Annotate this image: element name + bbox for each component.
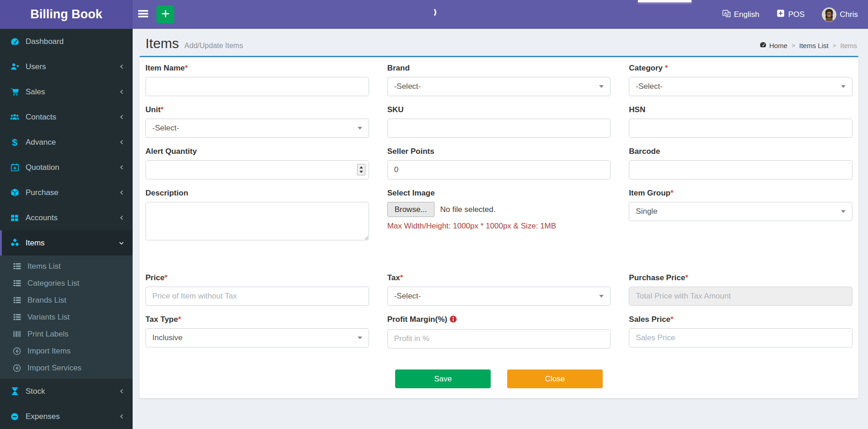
- hourglass-icon: [8, 387, 21, 396]
- category-label: Category *: [629, 64, 852, 73]
- arrow-circle-left-icon: [11, 364, 23, 372]
- list-icon: [11, 262, 23, 270]
- tax-label: Tax*: [387, 273, 611, 282]
- sidebar-item-items[interactable]: Items: [0, 230, 133, 255]
- sales-price-label: Sales Price*: [629, 315, 852, 324]
- submenu-item-categories-list[interactable]: Categories List: [0, 275, 133, 292]
- sidebar-item-sales[interactable]: Sales: [0, 79, 133, 104]
- submenu-item-import-services[interactable]: Import Services: [0, 359, 133, 376]
- sidebar-item-label: Advance: [26, 138, 56, 147]
- app-logo[interactable]: Billing Book: [0, 0, 133, 29]
- item-group-select[interactable]: Single: [629, 202, 852, 221]
- unit-label: Unit*: [145, 105, 369, 114]
- hamburger-icon: [138, 10, 148, 20]
- chevron-left-icon: [119, 164, 124, 170]
- sidebar-item-contacts[interactable]: Contacts: [0, 104, 133, 130]
- save-button[interactable]: Save: [395, 369, 491, 388]
- submenu-item-label: Brands List: [27, 296, 66, 305]
- sidebar-item-dashboard[interactable]: Dashboard: [0, 29, 133, 54]
- close-button[interactable]: Close: [507, 369, 603, 388]
- items-submenu: Items List Categories List Brands List V…: [0, 255, 133, 379]
- item-name-input[interactable]: [145, 77, 369, 96]
- caret-down-icon: [841, 210, 846, 213]
- barcode-label: Barcode: [629, 147, 852, 156]
- chevron-left-icon: [119, 114, 124, 120]
- page-subtitle: Add/Update Items: [184, 42, 243, 50]
- sidebar-item-label: Dashboard: [26, 37, 64, 46]
- sidebar-item-users[interactable]: Users: [0, 54, 133, 79]
- top-navbar: A English POS Chris: [133, 0, 868, 29]
- quick-add-button[interactable]: [156, 5, 174, 23]
- sidebar-item-label: Contacts: [26, 113, 56, 122]
- info-icon[interactable]: [450, 315, 457, 325]
- sku-label: SKU: [387, 105, 611, 114]
- submenu-item-label: Categories List: [27, 279, 79, 288]
- profit-margin-input[interactable]: [387, 329, 611, 348]
- item-form-card: Item Name* Brand -Select- Category * -Se…: [139, 56, 858, 398]
- submenu-item-label: Import Services: [27, 364, 81, 373]
- seller-points-input[interactable]: [387, 160, 611, 179]
- sidebar-item-advance[interactable]: $ Advance: [0, 130, 133, 155]
- top-notification-remnant: [638, 0, 691, 2]
- sidebar-item-label: Users: [26, 62, 46, 71]
- submenu-item-label: Print Labels: [27, 330, 69, 339]
- sidebar-item-expenses[interactable]: Expenses: [0, 404, 133, 429]
- sidebar-item-quotation[interactable]: Quotation: [0, 155, 133, 180]
- sidebar-item-label: Items: [26, 239, 45, 248]
- submenu-item-brands-list[interactable]: Brands List: [0, 292, 133, 309]
- sales-price-input[interactable]: [629, 328, 852, 348]
- pos-menu[interactable]: POS: [777, 9, 804, 20]
- item-name-label: Item Name*: [145, 64, 369, 73]
- sku-input[interactable]: [387, 119, 611, 138]
- alert-quantity-input[interactable]: [145, 160, 369, 179]
- submenu-item-import-items[interactable]: Import Items: [0, 342, 133, 359]
- sidebar-item-label: Quotation: [26, 163, 59, 172]
- calendar-plus-icon: [8, 163, 21, 172]
- arrow-circle-left-icon: [11, 347, 23, 355]
- unit-select[interactable]: -Select-: [145, 119, 369, 138]
- category-select[interactable]: -Select-: [629, 77, 852, 96]
- user-plus-icon: [8, 62, 21, 71]
- purchase-price-input: [629, 287, 852, 306]
- barcode-input[interactable]: [629, 160, 852, 179]
- tax-type-select[interactable]: Inclusive: [145, 328, 369, 348]
- language-menu[interactable]: A English: [722, 9, 760, 20]
- sidebar-item-accounts[interactable]: Accounts: [0, 205, 133, 230]
- user-menu[interactable]: Chris: [822, 7, 858, 22]
- chevron-down-icon: [118, 240, 124, 246]
- brand-select[interactable]: -Select-: [387, 77, 611, 96]
- sidebar-item-purchase[interactable]: Purchase: [0, 180, 133, 205]
- submenu-item-items-list[interactable]: Items List: [0, 258, 133, 275]
- breadcrumb-home[interactable]: Home: [760, 41, 788, 49]
- profit-margin-label: Profit Margin(%): [387, 315, 611, 325]
- chevron-left-icon: [119, 139, 124, 145]
- submenu-item-variants-list[interactable]: Variants List: [0, 309, 133, 326]
- description-textarea[interactable]: [145, 202, 369, 240]
- sidebar-toggle-button[interactable]: [133, 0, 154, 29]
- submenu-item-label: Variants List: [27, 313, 70, 322]
- language-icon: A: [722, 9, 731, 20]
- seller-points-label: Seller Points: [387, 147, 611, 156]
- select-image-label: Select Image: [387, 189, 611, 198]
- caret-down-icon: [599, 295, 604, 298]
- submenu-item-label: Items List: [27, 262, 61, 271]
- number-stepper[interactable]: [357, 164, 365, 175]
- breadcrumb-items-list[interactable]: Items List: [799, 42, 829, 49]
- submenu-item-print-labels[interactable]: Print Labels: [0, 326, 133, 342]
- dashboard-icon: [760, 41, 766, 49]
- loading-spinner: [426, 7, 436, 17]
- tax-select[interactable]: -Select-: [387, 287, 611, 306]
- step-down-icon: [359, 171, 363, 173]
- sidebar-item-stock[interactable]: Stock: [0, 379, 133, 404]
- browse-button[interactable]: Browse...: [387, 202, 434, 217]
- hsn-input[interactable]: [629, 119, 852, 138]
- caret-down-icon: [841, 85, 846, 88]
- price-input[interactable]: [145, 287, 369, 306]
- list-icon: [11, 313, 23, 321]
- submenu-item-label: Import Items: [27, 347, 70, 356]
- sidebar-item-label: Purchase: [26, 188, 59, 197]
- alert-quantity-label: Alert Quantity: [145, 147, 369, 156]
- user-avatar: [822, 7, 836, 22]
- plus-icon: [162, 10, 169, 19]
- dashboard-icon: [8, 37, 21, 46]
